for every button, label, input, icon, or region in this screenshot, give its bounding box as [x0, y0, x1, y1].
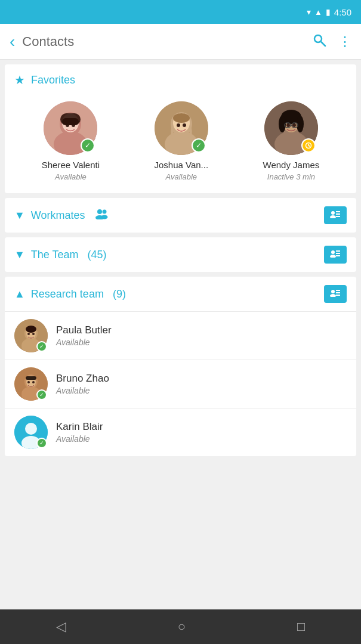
more-options-button[interactable]: ⋮ [338, 34, 351, 49]
svg-point-41 [331, 250, 335, 254]
svg-point-63 [32, 381, 35, 383]
joshua-name: Joshua Van... [154, 160, 208, 170]
svg-point-34 [102, 209, 106, 213]
wendy-status-dot [301, 138, 316, 153]
wifi-icon: ▾ [307, 7, 311, 17]
favorites-section: ★ Favorites [5, 64, 356, 193]
workmates-contacts-button[interactable] [324, 206, 347, 224]
joshua-status: Available [166, 172, 198, 181]
svg-point-21 [286, 123, 290, 127]
svg-point-35 [101, 215, 107, 219]
svg-point-32 [97, 209, 102, 214]
svg-point-62 [27, 381, 30, 383]
status-time: 4:50 [334, 7, 351, 17]
list-item-karin[interactable]: ✓ Karin Blair Available [5, 408, 356, 456]
research-team-contacts-button[interactable] [324, 285, 347, 303]
svg-line-1 [321, 42, 325, 46]
home-nav-button[interactable]: ○ [166, 613, 198, 640]
favorites-row: ✓ Sheree Valenti Available [5, 95, 356, 193]
star-icon: ★ [14, 73, 25, 87]
favorite-contact-joshua[interactable]: ✓ Joshua Van... Available [154, 101, 208, 181]
the-team-section[interactable]: ▼ The Team (45) [5, 237, 356, 272]
favorites-header: ★ Favorites [5, 64, 356, 95]
bruno-status-dot: ✓ [36, 389, 47, 400]
research-team-label: Research team [31, 288, 104, 301]
favorites-title: Favorites [31, 74, 75, 86]
status-bar: ▾ ▲ ▮ 4:50 [0, 0, 361, 24]
workmates-group-row[interactable]: ▼ Workmates [5, 198, 356, 233]
favorite-contact-sheree[interactable]: ✓ Sheree Valenti Available [42, 101, 100, 181]
the-team-group-row[interactable]: ▼ The Team (45) [5, 237, 356, 272]
bruno-avatar-wrapper: ✓ [14, 367, 48, 401]
research-team-chevron-icon: ▲ [14, 288, 25, 301]
svg-point-66 [25, 423, 37, 435]
wendy-name: Wendy James [263, 160, 320, 170]
header: ‹ Contacts ⋮ [0, 24, 361, 60]
list-item-bruno[interactable]: ✓ Bruno Zhao Available [5, 360, 356, 408]
back-nav-button[interactable]: ◁ [44, 613, 78, 640]
recent-nav-button[interactable]: □ [285, 613, 317, 640]
page-title: Contacts [22, 34, 305, 49]
svg-point-16 [183, 123, 186, 127]
sheree-avatar-wrapper: ✓ [44, 101, 97, 155]
joshua-avatar-wrapper: ✓ [155, 101, 208, 155]
bruno-name: Bruno Zhao [56, 373, 109, 385]
paula-avatar-wrapper: ✓ [14, 319, 48, 352]
research-team-count: (9) [110, 288, 126, 301]
bruno-status: Available [56, 386, 109, 395]
search-button[interactable] [312, 33, 326, 51]
svg-point-14 [173, 113, 190, 123]
svg-point-47 [330, 294, 336, 297]
svg-point-36 [331, 211, 335, 215]
research-team-section: ▲ Research team (9) [5, 277, 356, 456]
svg-rect-64 [26, 376, 36, 380]
svg-line-31 [308, 145, 310, 147]
back-button[interactable]: ‹ [10, 33, 15, 50]
karin-status-dot: ✓ [36, 438, 47, 448]
bottom-nav: ◁ ○ □ [0, 609, 361, 644]
research-team-group-row[interactable]: ▲ Research team (9) [5, 277, 356, 311]
svg-point-56 [32, 333, 35, 335]
wendy-avatar-wrapper [264, 101, 318, 155]
bruno-info: Bruno Zhao Available [56, 373, 109, 395]
the-team-label: The Team [31, 249, 79, 261]
svg-rect-9 [60, 113, 81, 125]
sheree-name: Sheree Valenti [42, 160, 100, 170]
karin-status: Available [56, 434, 103, 444]
karin-avatar-wrapper: ✓ [14, 416, 48, 449]
workmates-label: Workmates [31, 209, 85, 222]
list-item-paula[interactable]: ✓ Paula Butler Available [5, 312, 356, 360]
karin-info: Karin Blair Available [56, 421, 103, 444]
signal-icon: ▲ [314, 8, 322, 17]
the-team-chevron-icon: ▼ [14, 249, 25, 261]
joshua-status-dot: ✓ [192, 138, 206, 153]
svg-point-46 [331, 290, 335, 293]
svg-point-15 [177, 123, 180, 127]
sheree-status: Available [55, 172, 87, 181]
svg-point-55 [27, 333, 30, 335]
svg-point-42 [330, 255, 336, 258]
svg-point-37 [330, 215, 336, 218]
the-team-contacts-button[interactable] [324, 246, 347, 264]
paula-name: Paula Butler [56, 324, 112, 336]
status-icons: ▾ ▲ ▮ 4:50 [307, 7, 351, 17]
battery-icon: ▮ [326, 7, 331, 17]
main-content: ★ Favorites [0, 60, 361, 609]
workmates-group-icon [95, 209, 108, 222]
karin-name: Karin Blair [56, 421, 103, 433]
workmates-chevron-icon: ▼ [14, 209, 25, 222]
wendy-status: Inactive 3 min [267, 172, 315, 181]
paula-status-dot: ✓ [36, 341, 47, 352]
svg-point-22 [292, 123, 296, 127]
the-team-count: (45) [85, 249, 107, 261]
sheree-status-dot: ✓ [81, 138, 95, 153]
paula-info: Paula Butler Available [56, 324, 112, 347]
svg-point-57 [26, 326, 36, 333]
paula-status: Available [56, 338, 112, 347]
favorite-contact-wendy[interactable]: Wendy James Inactive 3 min [263, 101, 320, 181]
workmates-section[interactable]: ▼ Workmates [5, 198, 356, 233]
